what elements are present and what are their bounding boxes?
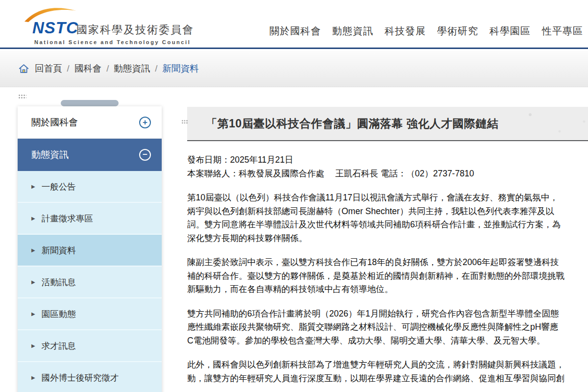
breadcrumb-current: 新聞資料 [162, 62, 198, 74]
main-nav-item[interactable]: 科技發展 [385, 24, 426, 38]
main-nav-item[interactable]: 學術研究 [437, 24, 478, 38]
sidebar-menu: 關於國科會 + 動態資訊 − ▶ 一般公告 ▶ 計畫徵求專區 [18, 106, 162, 392]
sidebar-submenu-item[interactable]: ▶ 活動訊息 [18, 267, 162, 298]
sidebar-submenu-label: 活動訊息 [42, 276, 76, 288]
sidebar: 關於國科會 + 動態資訊 − ▶ 一般公告 ▶ 計畫徵求專區 [18, 100, 162, 392]
sidebar-section-about[interactable]: 關於國科會 + [18, 106, 162, 139]
plus-circle-icon[interactable]: + [139, 117, 151, 128]
article-paragraph: 第10屆臺以（以色列）科技合作會議11月17日以視訊會議方式舉行，會議在友好、務… [187, 191, 588, 245]
article-title-box: 「第10屆臺以科技合作會議」圓滿落幕 強化人才國際鏈結 [187, 107, 588, 141]
main-nav-item[interactable]: 動態資訊 [332, 24, 373, 38]
triangle-right-icon: ▶ [31, 343, 35, 348]
sidebar-submenu-label: 一般公告 [42, 181, 76, 193]
logo-english-name: National Science and Technology Council [34, 39, 191, 45]
main-nav-item[interactable]: 科學園區 [490, 24, 531, 38]
main-nav: 關於國科會 動態資訊 科技發展 學術研究 科學園區 性平專區 [270, 24, 583, 38]
sidebar-submenu-label: 國外博士後研究徵才 [42, 372, 119, 384]
article-title: 「第10屆臺以科技合作會議」圓滿落幕 強化人才國際鏈結 [206, 116, 498, 131]
breadcrumb-separator: / [106, 63, 109, 74]
sidebar-submenu-item[interactable]: ▶ 新聞資料 [18, 235, 162, 267]
article-paragraph: 雙方共同補助的6項合作計畫將於明（2026）年1月開始執行，研究合作內容包含新型… [187, 307, 588, 348]
breadcrumb-level1[interactable]: 國科會 [74, 62, 102, 74]
article-body: 第10屆臺以（以色列）科技合作會議11月17日以視訊會議方式舉行，會議在友好、務… [187, 191, 588, 385]
main-nav-item[interactable]: 性平專區 [542, 24, 583, 38]
article-paragraph: 陳副主委於致詞中表示，臺以雙方科技合作已有18年的良好關係，雙方於2006年起即… [187, 256, 588, 296]
triangle-right-icon: ▶ [31, 247, 35, 253]
breadcrumb-bar: 回首頁 / 國科會 / 動態資訊 / 新聞資料 [0, 50, 588, 87]
breadcrumb-separator: / [67, 63, 70, 74]
main-nav-item[interactable]: 關於國科會 [270, 24, 321, 38]
home-icon [19, 64, 29, 74]
sidebar-submenu-item[interactable]: ▶ 求才訊息 [18, 330, 162, 362]
sidebar-submenu-label: 新聞資料 [42, 245, 76, 256]
article-meta: 發布日期：2025年11月21日 本案聯絡人：科教發展及國際合作處 王凱石科長 … [187, 153, 588, 180]
triangle-right-icon: ▶ [31, 375, 35, 380]
triangle-right-icon: ▶ [31, 184, 35, 189]
sidebar-submenu: ▶ 一般公告 ▶ 計畫徵求專區 ▶ 新聞資料 ▶ [18, 171, 162, 392]
triangle-right-icon: ▶ [31, 311, 35, 317]
sidebar-top-pill [61, 100, 119, 106]
sidebar-section-label: 關於國科會 [31, 116, 78, 129]
publish-date: 發布日期：2025年11月21日 [187, 155, 294, 165]
sidebar-submenu-item[interactable]: ▶ 計畫徵求專區 [18, 203, 162, 235]
contact-person: 本案聯絡人：科教發展及國際合作處 王凱石科長 電話：（02）2737-7810 [187, 169, 474, 178]
minus-circle-icon[interactable]: − [139, 149, 151, 161]
logo-chinese-name: 國家科學及技術委員會 [76, 23, 194, 37]
article-main: 「第10屆臺以科技合作會議」圓滿落幕 強化人才國際鏈結 發布日期：2025年11… [181, 107, 588, 385]
sidebar-submenu-label: 計畫徵求專區 [42, 213, 93, 224]
site-header: NSTC 國家科學及技術委員會 National Science and Tec… [0, 0, 588, 49]
breadcrumb-separator: / [155, 63, 157, 74]
page: ✉ 意見信箱 ? Q&A ⊞ 網站導覽 NSTC 國家科學及技術委員會 [0, 0, 588, 392]
skip-anchor-dots-icon[interactable] [181, 120, 188, 124]
sidebar-submenu-item[interactable]: ▶ 一般公告 [18, 171, 162, 203]
triangle-right-icon: ▶ [31, 216, 35, 221]
skip-anchor-dots-icon[interactable] [18, 94, 26, 99]
sidebar-submenu-label: 求才訊息 [42, 340, 76, 352]
triangle-right-icon: ▶ [31, 279, 35, 285]
nstc-logo[interactable]: NSTC 國家科學及技術委員會 National Science and Tec… [24, 3, 229, 48]
breadcrumb-home[interactable]: 回首頁 [35, 62, 62, 74]
sidebar-submenu-label: 園區動態 [42, 308, 76, 320]
sidebar-section-news[interactable]: 動態資訊 − [18, 139, 162, 171]
breadcrumb-level2[interactable]: 動態資訊 [114, 62, 150, 74]
breadcrumb: 回首頁 / 國科會 / 動態資訊 / 新聞資料 [19, 62, 198, 74]
sidebar-submenu-item[interactable]: ▶ 國外博士後研究徵才 [18, 362, 162, 392]
article-paragraph: 此外，國科會與以色列創新科技部為了增進雙方年輕研究人員的交流，將針對關鍵與新興科… [187, 358, 588, 385]
logo-acronym: NSTC [32, 19, 78, 37]
sidebar-section-label: 動態資訊 [31, 148, 69, 161]
sidebar-submenu-item[interactable]: ▶ 園區動態 [18, 298, 162, 330]
